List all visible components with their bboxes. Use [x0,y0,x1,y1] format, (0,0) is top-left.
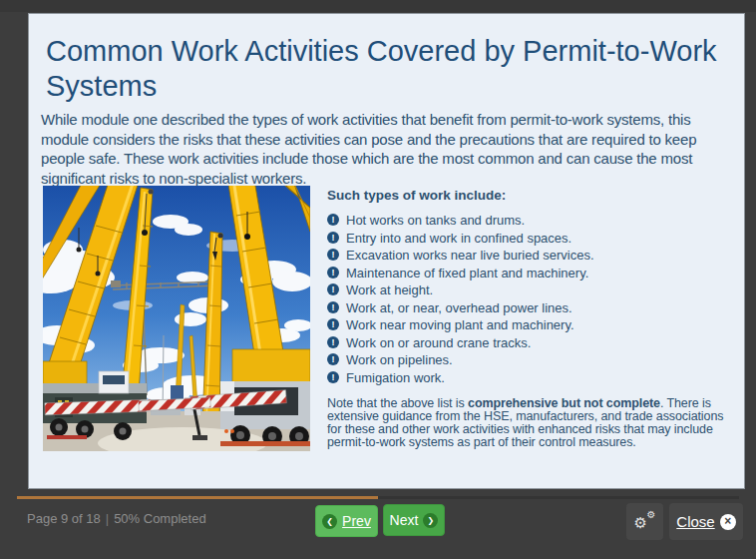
next-button[interactable]: Next ❯ [383,504,445,536]
page-indicator: Page 9 of 18 [27,511,101,526]
work-type-label: Work on pipelines. [346,353,453,366]
work-type-label: Work on or around crane tracks. [346,336,531,349]
work-type-item: !Work at height. [327,283,730,296]
exclamation-circle-icon: ! [327,249,339,261]
work-type-label: Entry into and work in confined spaces. [346,232,571,245]
page-status: Page 9 of 18|50% Completed [27,511,206,526]
crane-photo-illustration [43,186,310,451]
exclamation-circle-icon: ! [327,353,339,365]
work-type-list: !Hot works on tanks and drums. !Entry in… [327,214,730,384]
slide-title: Common Work Activities Covered by Permit… [46,34,744,104]
exclamation-circle-icon: ! [327,232,339,244]
close-button-label: Close [676,513,714,530]
exclamation-circle-icon: ! [327,371,339,383]
work-type-label: Work at, or near, overhead power lines. [346,301,572,314]
work-type-item: !Hot works on tanks and drums. [327,214,730,227]
work-type-item: !Work near moving plant and machinery. [327,318,730,331]
work-type-item: !Work on or around crane tracks. [327,336,730,349]
work-type-label: Hot works on tanks and drums. [346,214,525,227]
note-bold-text: comprehensive but not complete [468,396,660,410]
chevron-left-circle-icon: ❮ [322,514,337,529]
note-text: Note that the above list is [327,396,468,410]
work-types-column: Such types of work include: !Hot works o… [327,188,730,449]
prev-button[interactable]: ❮ Prev [315,505,378,537]
work-type-item: !Work on pipelines. [327,353,730,366]
cogs-icon: ⚙ ⚙ [634,512,656,532]
cog-small-glyph: ⚙ [647,510,656,520]
work-type-label: Maintenance of fixed plant and machinery… [346,267,588,280]
work-type-label: Work at height. [346,283,433,296]
crane-photo [43,186,310,451]
exclamation-circle-icon: ! [327,318,339,330]
completion-indicator: 50% Completed [114,511,206,526]
work-type-label: Fumigation work. [346,371,445,384]
work-type-item: !Excavation works near live buried servi… [327,249,730,262]
window-top-bar [0,0,756,12]
list-heading: Such types of work include: [327,188,730,203]
work-type-label: Work near moving plant and machinery. [346,318,574,331]
settings-button[interactable]: ⚙ ⚙ [626,503,663,540]
course-player-window: Common Work Activities Covered by Permit… [0,0,756,559]
next-button-label: Next [390,512,419,528]
slide-panel: Common Work Activities Covered by Permit… [28,13,745,489]
progress-bar [17,496,739,499]
close-button[interactable]: Close × [669,503,743,540]
intro-paragraph: While module one described the types of … [41,110,727,188]
status-separator: | [106,511,109,526]
work-type-item: !Entry into and work in confined spaces. [327,232,730,245]
exclamation-circle-icon: ! [327,336,339,348]
work-type-label: Excavation works near live buried servic… [346,249,594,262]
work-type-item: !Fumigation work. [327,371,730,384]
times-circle-icon: × [720,514,736,530]
exclamation-circle-icon: ! [327,214,339,226]
prev-button-label: Prev [342,513,371,529]
work-type-item: !Work at, or near, overhead power lines. [327,301,730,314]
chevron-right-circle-icon: ❯ [423,513,438,528]
work-type-item: !Maintenance of fixed plant and machiner… [327,267,730,280]
exclamation-circle-icon: ! [327,283,339,295]
progress-fill [17,496,378,499]
exclamation-circle-icon: ! [327,301,339,313]
exclamation-circle-icon: ! [327,267,339,279]
note-paragraph: Note that the above list is comprehensiv… [327,397,726,450]
cog-large-glyph: ⚙ [634,515,647,530]
